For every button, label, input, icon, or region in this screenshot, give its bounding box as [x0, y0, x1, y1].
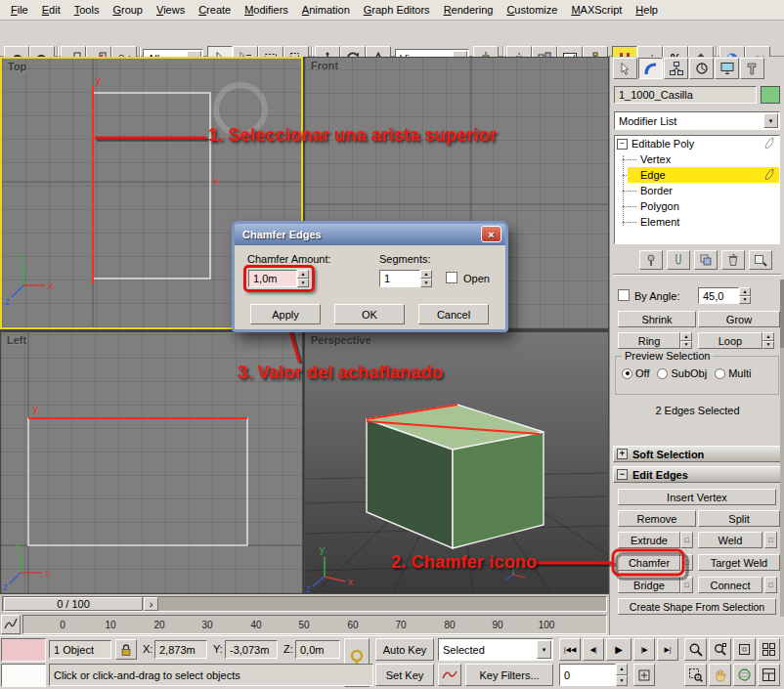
remove-modifier-button[interactable] [721, 250, 745, 270]
default-tangent-button[interactable] [438, 664, 461, 686]
track-bar-ruler[interactable]: 0 10 20 30 40 50 60 70 80 90 100 [22, 615, 607, 634]
modifier-list-dropdown[interactable]: Modifier List▼ [614, 111, 780, 130]
go-to-start-button[interactable]: |◀◀ [559, 638, 581, 661]
expand-icon[interactable]: + [617, 449, 628, 459]
cancel-button[interactable]: Cancel [418, 304, 489, 324]
apply-button[interactable]: Apply [250, 304, 321, 324]
stack-row-polygon[interactable]: Polygon [615, 198, 779, 214]
tab-utilities[interactable] [740, 58, 764, 79]
tab-modify[interactable] [638, 58, 663, 79]
viewport-label-top[interactable]: Top [8, 61, 26, 72]
menu-modifiers[interactable]: Modifiers [238, 2, 295, 18]
tab-display[interactable] [715, 58, 739, 79]
track-bar[interactable]: 0 10 20 30 40 50 60 70 80 90 100 [0, 614, 609, 635]
pan-button[interactable] [709, 664, 731, 686]
next-frame-button[interactable]: |▶ [633, 638, 655, 661]
extrude-settings-button[interactable]: □ [680, 532, 693, 548]
split-button[interactable]: Split [698, 510, 780, 527]
combo-arrow-icon[interactable]: ▼ [763, 113, 778, 128]
create-shape-button[interactable]: Create Shape From Selection [618, 598, 776, 615]
viewport-label-front[interactable]: Front [311, 60, 338, 71]
zoom-extents-button[interactable] [733, 638, 756, 661]
arc-rotate-button[interactable] [733, 664, 756, 686]
soft-selection-rollout[interactable]: +Soft Selection [613, 446, 781, 462]
collapse-box-icon[interactable]: − [617, 139, 628, 150]
segments-field[interactable]: 1 [379, 270, 420, 287]
connect-settings-button[interactable]: □ [764, 577, 777, 593]
object-color-swatch[interactable] [761, 86, 780, 104]
preview-multi-radio[interactable] [715, 368, 725, 379]
dialog-title-bar[interactable]: Chamfer Edges × [235, 224, 505, 245]
frame-spinner[interactable]: ▲▼ [616, 664, 628, 686]
menu-group[interactable]: Group [106, 2, 150, 18]
selection-lock-button[interactable] [115, 639, 137, 660]
show-end-result-button[interactable] [667, 250, 690, 270]
panel-scrollbar[interactable] [780, 280, 784, 617]
ring-button[interactable]: Ring [618, 332, 680, 349]
menu-views[interactable]: Views [150, 2, 192, 18]
preview-off-radio[interactable] [622, 368, 632, 379]
menu-graph-editors[interactable]: Graph Editors [357, 2, 437, 18]
set-key-button[interactable]: Set Key [375, 664, 434, 686]
menu-create[interactable]: Create [192, 2, 238, 18]
menu-edit[interactable]: Edit [35, 2, 67, 18]
by-angle-field[interactable]: 45,0 [698, 287, 739, 304]
key-mode-toggle-button[interactable] [633, 664, 655, 686]
menu-tools[interactable]: Tools [67, 2, 107, 18]
key-filters-button[interactable]: Key Filters... [465, 664, 553, 686]
by-angle-checkbox[interactable] [618, 289, 630, 301]
zoom-extents-all-button[interactable] [758, 638, 780, 661]
y-coord-field[interactable]: -3,073m [225, 640, 278, 659]
ok-button[interactable]: OK [334, 304, 405, 324]
make-unique-button[interactable] [694, 250, 718, 270]
zoom-all-button[interactable] [709, 638, 731, 661]
viewport-label-left[interactable]: Left [7, 334, 26, 346]
zoom-region-button[interactable] [684, 664, 707, 686]
stack-row-element[interactable]: Element [615, 214, 779, 230]
stack-row-editable-poly[interactable]: − Editable Poly [615, 136, 779, 151]
menu-maxscript[interactable]: MAXScript [564, 2, 629, 18]
menu-help[interactable]: Help [629, 2, 665, 18]
weld-button[interactable]: Weld [698, 532, 762, 548]
tab-create[interactable] [613, 58, 637, 79]
stack-row-vertex[interactable]: Vertex [615, 151, 779, 167]
x-coord-field[interactable]: 2,873m [154, 640, 207, 659]
grow-button[interactable]: Grow [698, 311, 780, 327]
preview-subobj-radio[interactable] [657, 368, 668, 379]
open-checkbox[interactable] [446, 272, 457, 283]
stack-row-edge[interactable]: Edge [615, 167, 779, 183]
extrude-button[interactable]: Extrude [618, 532, 680, 548]
tab-hierarchy[interactable] [664, 58, 688, 79]
loop-spinner[interactable]: ▲▼ [762, 332, 774, 349]
chamfer-button[interactable]: Chamfer [618, 554, 680, 571]
mini-curve-editor-button[interactable] [1, 615, 21, 634]
pin-stack-button[interactable] [639, 250, 663, 270]
box-mesh[interactable] [367, 405, 544, 548]
time-slider-handle[interactable]: 0 / 100 [4, 597, 143, 611]
bridge-settings-button[interactable]: □ [680, 577, 693, 593]
min-max-toggle-button[interactable] [758, 664, 780, 686]
collapse-icon[interactable]: − [617, 469, 628, 480]
configure-modifier-sets-button[interactable] [749, 250, 772, 270]
by-angle-spinner[interactable]: ▲▼ [739, 287, 751, 304]
loop-button[interactable]: Loop [698, 332, 762, 349]
menu-rendering[interactable]: Rendering [437, 2, 501, 18]
connect-button[interactable]: Connect [698, 577, 762, 593]
segments-spinner[interactable]: ▲▼ [420, 270, 432, 287]
chamfer-settings-button[interactable]: □ [680, 554, 693, 571]
time-slider-next-button[interactable]: › [144, 597, 158, 611]
previous-frame-button[interactable]: ◀| [583, 638, 604, 661]
ring-spinner[interactable]: ▲▼ [680, 332, 692, 349]
zoom-button[interactable] [684, 638, 707, 661]
current-frame-field[interactable]: 0 [559, 664, 616, 686]
play-button[interactable]: ▶ [606, 638, 632, 661]
auto-key-button[interactable]: Auto Key [375, 638, 434, 661]
object-name-field[interactable]: 1_1000_Casilla [614, 86, 757, 104]
menu-customize[interactable]: Customize [500, 2, 564, 18]
tab-motion[interactable] [689, 58, 714, 79]
dialog-close-button[interactable]: × [481, 226, 501, 242]
bridge-button[interactable]: Bridge [618, 577, 680, 593]
go-to-end-button[interactable]: ▶| [657, 638, 678, 661]
z-coord-field[interactable]: 0,0m [295, 640, 340, 659]
menu-animation[interactable]: Animation [295, 2, 357, 18]
